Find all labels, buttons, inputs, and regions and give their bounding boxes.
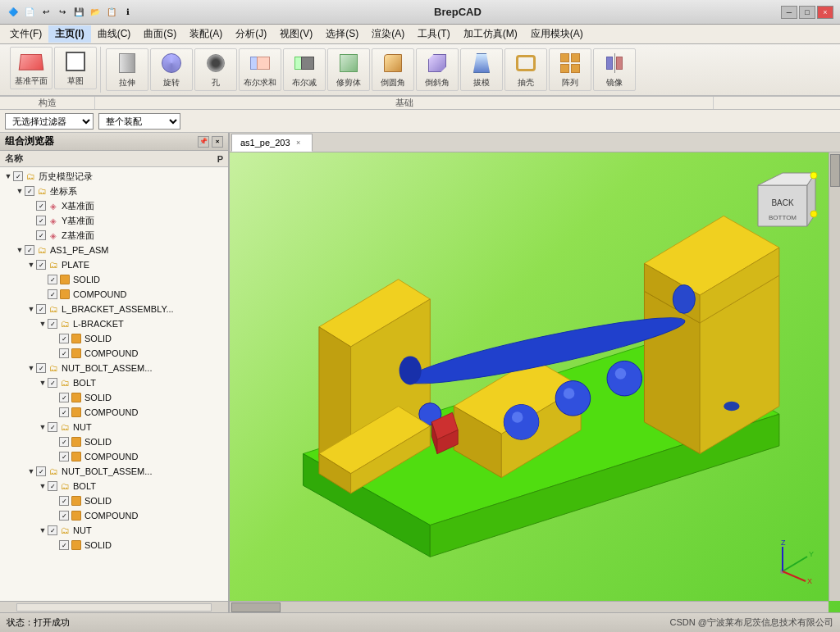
tree-checkbox-12[interactable]: ✓ bbox=[59, 334, 69, 343]
tree-expand-14[interactable]: ▼ bbox=[26, 363, 36, 373]
mirror-button[interactable]: 镜像 bbox=[593, 48, 636, 91]
tree-checkbox-3[interactable]: ✓ bbox=[36, 201, 46, 211]
tree-checkbox-26[interactable]: ✓ bbox=[59, 540, 69, 550]
viewport-vscrollbar[interactable] bbox=[829, 152, 840, 601]
tree-expand-1[interactable]: ▼ bbox=[3, 171, 13, 181]
tree-checkbox-1[interactable]: ✓ bbox=[13, 171, 23, 181]
tree-checkbox-23[interactable]: ✓ bbox=[59, 496, 69, 506]
hole-button[interactable]: 孔 bbox=[194, 48, 237, 91]
tree-expand-25[interactable]: ▼ bbox=[38, 525, 48, 535]
saveas-icon[interactable]: 📋 bbox=[105, 6, 118, 19]
tree-item-19[interactable]: ✓SOLID bbox=[0, 434, 228, 449]
menu-modules[interactable]: 应用模块(A) bbox=[524, 25, 590, 43]
tree-container[interactable]: ▼✓🗂历史模型记录▼✓🗂坐标系✓◈X基准面✓◈Y基准面✓◈Z基准面▼✓🗂AS1_… bbox=[0, 167, 228, 601]
tree-checkbox-8[interactable]: ✓ bbox=[48, 275, 57, 284]
boolean-sub-button[interactable]: 布尔减 bbox=[283, 48, 326, 91]
hscroll-thumb[interactable] bbox=[231, 602, 281, 612]
tree-item-24[interactable]: ✓COMPOUND bbox=[0, 508, 228, 523]
tree-checkbox-18[interactable]: ✓ bbox=[48, 422, 57, 432]
shell-button[interactable]: 抽壳 bbox=[504, 48, 547, 91]
tree-item-21[interactable]: ▼✓🗂NUT_BOLT_ASSEM... bbox=[0, 464, 228, 479]
panel-close-button[interactable]: × bbox=[212, 136, 223, 148]
tree-item-7[interactable]: ▼✓🗂PLATE bbox=[0, 257, 228, 272]
tree-checkbox-19[interactable]: ✓ bbox=[59, 437, 69, 447]
tree-expand-22[interactable]: ▼ bbox=[38, 481, 48, 491]
sketch-button[interactable]: 草图 bbox=[54, 47, 97, 89]
tree-expand-2[interactable]: ▼ bbox=[15, 186, 25, 196]
revolve-button[interactable]: 旋转 bbox=[150, 48, 193, 91]
tree-checkbox-24[interactable]: ✓ bbox=[59, 511, 69, 521]
vscroll-thumb[interactable] bbox=[830, 154, 840, 187]
tree-item-8[interactable]: ✓SOLID bbox=[0, 272, 228, 287]
tree-checkbox-13[interactable]: ✓ bbox=[59, 348, 69, 358]
draft-button[interactable]: 拔模 bbox=[460, 48, 503, 91]
orientation-cube[interactable]: BACK BOTTOM bbox=[742, 169, 824, 251]
menu-file[interactable]: 文件(F) bbox=[3, 25, 48, 43]
maximize-button[interactable]: □ bbox=[799, 6, 815, 19]
info-icon[interactable]: ℹ bbox=[121, 6, 135, 19]
tree-checkbox-14[interactable]: ✓ bbox=[36, 363, 46, 373]
menu-tools[interactable]: 工具(T) bbox=[411, 25, 456, 43]
viewport-hscrollbar[interactable] bbox=[230, 601, 829, 612]
tree-checkbox-22[interactable]: ✓ bbox=[48, 481, 57, 491]
tree-item-22[interactable]: ▼✓🗂BOLT bbox=[0, 479, 228, 493]
tree-item-15[interactable]: ▼✓🗂BOLT bbox=[0, 375, 228, 390]
tree-checkbox-5[interactable]: ✓ bbox=[36, 230, 46, 240]
tree-checkbox-4[interactable]: ✓ bbox=[36, 216, 46, 225]
3d-viewport[interactable]: BACK BOTTOM Z bbox=[230, 152, 840, 612]
panel-pin-button[interactable]: 📌 bbox=[198, 136, 209, 148]
tree-item-2[interactable]: ▼✓🗂坐标系 bbox=[0, 184, 228, 198]
tree-checkbox-16[interactable]: ✓ bbox=[59, 393, 69, 402]
tree-item-12[interactable]: ✓SOLID bbox=[0, 331, 228, 346]
minimize-button[interactable]: ─ bbox=[781, 6, 797, 19]
tree-item-11[interactable]: ▼✓🗂L-BRACKET bbox=[0, 316, 228, 331]
tree-item-23[interactable]: ✓SOLID bbox=[0, 493, 228, 508]
tree-item-10[interactable]: ▼✓🗂L_BRACKET_ASSEMBLY... bbox=[0, 302, 228, 316]
tree-item-4[interactable]: ✓◈Y基准面 bbox=[0, 213, 228, 228]
menu-select[interactable]: 选择(S) bbox=[319, 25, 365, 43]
tree-item-13[interactable]: ✓COMPOUND bbox=[0, 346, 228, 361]
tree-checkbox-20[interactable]: ✓ bbox=[59, 452, 69, 461]
tree-item-17[interactable]: ✓COMPOUND bbox=[0, 405, 228, 420]
array-button[interactable]: 阵列 bbox=[549, 48, 591, 91]
open-icon[interactable]: 📂 bbox=[89, 6, 102, 19]
chamfer-button[interactable]: 倒斜角 bbox=[416, 48, 459, 91]
redo-icon[interactable]: ↪ bbox=[56, 6, 69, 19]
tree-checkbox-15[interactable]: ✓ bbox=[48, 378, 57, 388]
menu-surface[interactable]: 曲面(S) bbox=[137, 25, 183, 43]
tree-checkbox-7[interactable]: ✓ bbox=[36, 260, 46, 270]
tree-checkbox-2[interactable]: ✓ bbox=[25, 186, 34, 196]
assembly-scope-select[interactable]: 整个装配 bbox=[98, 113, 180, 130]
plane-button[interactable]: 基准平面 bbox=[10, 47, 52, 89]
tree-item-26[interactable]: ✓SOLID bbox=[0, 538, 228, 552]
tree-item-6[interactable]: ▼✓🗂AS1_PE_ASM bbox=[0, 243, 228, 257]
trim-button[interactable]: 修剪体 bbox=[327, 48, 370, 91]
tree-expand-21[interactable]: ▼ bbox=[26, 466, 36, 476]
tree-checkbox-9[interactable]: ✓ bbox=[48, 289, 57, 299]
save-icon[interactable]: 💾 bbox=[72, 6, 85, 19]
tree-expand-7[interactable]: ▼ bbox=[26, 260, 36, 270]
tree-checkbox-17[interactable]: ✓ bbox=[59, 407, 69, 417]
tree-expand-15[interactable]: ▼ bbox=[38, 378, 48, 388]
tree-checkbox-25[interactable]: ✓ bbox=[48, 525, 57, 535]
tab-close-button[interactable]: × bbox=[294, 138, 304, 148]
extrude-button[interactable]: 拉伸 bbox=[106, 48, 148, 91]
viewport-tab[interactable]: as1_pe_203 × bbox=[231, 134, 313, 152]
tree-item-1[interactable]: ▼✓🗂历史模型记录 bbox=[0, 169, 228, 184]
tree-item-16[interactable]: ✓SOLID bbox=[0, 390, 228, 405]
menu-assembly[interactable]: 装配(A) bbox=[183, 25, 229, 43]
tree-checkbox-11[interactable]: ✓ bbox=[48, 319, 57, 329]
menu-simulation[interactable]: 加工仿真(M) bbox=[457, 25, 524, 43]
tree-checkbox-21[interactable]: ✓ bbox=[36, 466, 46, 476]
tree-expand-6[interactable]: ▼ bbox=[15, 245, 25, 255]
menu-view[interactable]: 视图(V) bbox=[273, 25, 319, 43]
menu-render[interactable]: 渲染(A) bbox=[365, 25, 411, 43]
menu-analysis[interactable]: 分析(J) bbox=[229, 25, 273, 43]
undo-icon[interactable]: ↩ bbox=[39, 6, 52, 19]
tree-item-14[interactable]: ▼✓🗂NUT_BOLT_ASSEM... bbox=[0, 361, 228, 375]
tree-checkbox-10[interactable]: ✓ bbox=[36, 304, 46, 314]
selection-filter-select[interactable]: 无选择过滤器 bbox=[5, 113, 94, 130]
menu-home[interactable]: 主页(I) bbox=[48, 25, 90, 43]
panel-horizontal-scrollbar[interactable] bbox=[16, 603, 212, 612]
menu-curve[interactable]: 曲线(C) bbox=[91, 25, 138, 43]
